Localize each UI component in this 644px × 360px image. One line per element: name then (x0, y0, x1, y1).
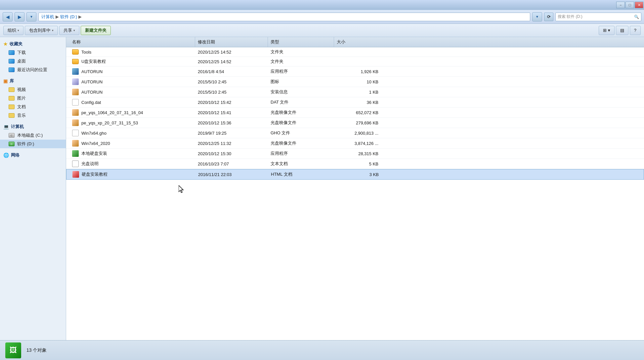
dropdown-button[interactable]: ▼ (532, 12, 542, 22)
sidebar-library-title[interactable]: ▣ 库 (0, 77, 66, 85)
breadcrumb-computer[interactable]: 计算机 (41, 14, 54, 20)
file-size-cell: 652,072 KB (334, 109, 384, 117)
sidebar-item-video[interactable]: 视频 (0, 85, 66, 94)
maximize-button[interactable]: □ (625, 2, 634, 8)
iso-icon (72, 119, 79, 126)
table-row[interactable]: Config.dat 2020/10/12 15:42 DAT 文件 36 KB (66, 97, 644, 108)
file-modified: 2020/12/25 14:52 (198, 59, 231, 64)
view-options-button[interactable]: ⊞ ▾ (599, 26, 615, 35)
file-name: AUTORUN (81, 69, 103, 74)
file-type: 应用程序 (271, 68, 288, 74)
file-type-cell: 文件夹 (268, 47, 334, 57)
sidebar-item-pictures[interactable]: 图片 (0, 94, 66, 103)
file-size: 10 KB (367, 79, 378, 84)
drive-d-label: 软件 (D:) (17, 141, 34, 147)
breadcrumb-drive[interactable]: 软件 (D:) (60, 14, 77, 20)
include-button[interactable]: 包含到库中 ▾ (25, 26, 58, 35)
file-type-cell: 应用程序 (268, 67, 334, 76)
file-size: 5 KB (369, 161, 378, 166)
preview-button[interactable]: ▤ (616, 26, 628, 35)
refresh-button[interactable]: ⟳ (544, 13, 553, 21)
table-row[interactable]: U盘安装教程 2020/12/25 14:52 文件夹 (66, 57, 644, 67)
drive-c-icon: C (9, 133, 15, 138)
table-row[interactable]: Win7x64_2020 2020/12/25 11:32 光盘映像文件 3,8… (66, 138, 644, 149)
video-label: 视频 (17, 87, 26, 93)
table-row[interactable]: pe_yqs_xp_20_07_31_15_53 2020/10/12 15:3… (66, 118, 644, 128)
iso-icon (72, 89, 79, 95)
desktop-icon (9, 59, 15, 64)
file-modified-cell: 2019/9/7 19:25 (195, 129, 268, 137)
file-modified-cell: 2020/10/12 15:30 (195, 150, 268, 158)
file-type: 光盘映像文件 (271, 110, 296, 115)
sidebar-item-music[interactable]: 音乐 (0, 111, 66, 120)
sidebar-item-desktop[interactable]: 桌面 (0, 57, 66, 66)
close-button[interactable]: ✕ (635, 2, 643, 8)
file-name: Config.dat (81, 100, 101, 105)
sidebar-item-downloads[interactable]: 下载 (0, 48, 66, 57)
file-name-cell: AUTORUN (69, 67, 195, 76)
file-modified: 2015/5/10 2:45 (198, 90, 227, 95)
file-name-cell: U盘安装教程 (69, 57, 195, 66)
sidebar-computer-section: 💻 计算机 C 本地磁盘 (C:) D 软件 (D:) (0, 122, 66, 148)
new-folder-button[interactable]: 新建文件夹 (81, 26, 111, 35)
file-modified: 2020/10/12 15:36 (198, 120, 231, 125)
share-button[interactable]: 共享 ▾ (59, 26, 79, 35)
search-bar[interactable]: 搜索 软件 (D:) 🔍 (555, 13, 641, 21)
folder-icon (72, 49, 79, 55)
file-type-cell: 图标 (268, 77, 334, 86)
col-header-size[interactable]: 大小 (334, 37, 384, 47)
col-header-modified[interactable]: 修改日期 (195, 37, 268, 47)
sidebar-item-drive-d[interactable]: D 软件 (D:) (0, 140, 66, 148)
recent-button[interactable]: ▼ (26, 12, 36, 22)
search-icon: 🔍 (634, 15, 639, 19)
file-size: 2,900,813 ... (355, 131, 378, 136)
col-header-type[interactable]: 类型 (268, 37, 334, 47)
sidebar-item-drive-c[interactable]: C 本地磁盘 (C:) (0, 131, 66, 140)
file-type: 安装信息 (271, 89, 288, 95)
file-size: 36 KB (367, 100, 378, 105)
back-button[interactable]: ◀ (3, 12, 13, 22)
file-type: 图标 (271, 79, 279, 85)
sidebar-favorites-title[interactable]: ★ 收藏夹 (0, 40, 66, 48)
table-row[interactable]: AUTORUN 2015/5/10 2:45 安装信息 1 KB (66, 87, 644, 97)
file-type: 应用程序 (271, 151, 288, 157)
file-modified: 2015/5/10 2:45 (198, 79, 227, 84)
file-name-cell: AUTORUN (69, 87, 195, 97)
file-type-cell: HTML 文档 (268, 170, 334, 179)
organize-label: 组织 (8, 27, 16, 33)
table-row[interactable]: 硬盘安装教程 2016/11/21 22:03 HTML 文档 3 KB (66, 169, 644, 180)
col-header-name[interactable]: 名称 (69, 37, 195, 47)
favorites-icon: ★ (3, 41, 8, 47)
file-modified: 2019/9/7 19:25 (198, 131, 227, 136)
help-button[interactable]: ? (630, 26, 641, 35)
file-name: pe_yqs_1064_20_07_31_16_04 (81, 110, 143, 115)
table-row[interactable]: pe_yqs_1064_20_07_31_16_04 2020/10/12 15… (66, 108, 644, 118)
file-size-cell: 5 KB (334, 160, 384, 168)
table-row[interactable]: Win7x64.gho 2019/9/7 19:25 GHO 文件 2,900,… (66, 128, 644, 138)
file-name-cell: 硬盘安装教程 (70, 169, 195, 179)
file-type-cell: GHO 文件 (268, 128, 334, 138)
table-row[interactable]: 本地硬盘安装 2020/10/12 15:30 应用程序 28,315 KB (66, 149, 644, 159)
table-row[interactable]: 光盘说明 2016/10/23 7:07 文本文档 5 KB (66, 159, 644, 169)
file-size: 3,874,126 ... (355, 141, 378, 146)
sidebar-item-documents[interactable]: 文档 (0, 103, 66, 111)
file-modified-cell: 2020/10/12 15:42 (195, 98, 268, 107)
file-name: Win7x64.gho (81, 131, 107, 136)
downloads-label: 下载 (17, 50, 26, 56)
sidebar-network-title[interactable]: 🌐 网络 (0, 151, 66, 159)
file-name-cell: 本地硬盘安装 (69, 149, 195, 158)
file-size-cell: 1,926 KB (334, 68, 384, 76)
sidebar-item-recent[interactable]: 最近访问的位置 (0, 66, 66, 74)
forward-button[interactable]: ▶ (15, 12, 24, 22)
table-row[interactable]: Tools 2020/12/25 14:52 文件夹 (66, 47, 644, 57)
file-name: pe_yqs_xp_20_07_31_15_53 (81, 120, 138, 125)
file-size: 652,072 KB (356, 110, 378, 115)
minimize-button[interactable]: － (616, 2, 625, 8)
organize-button[interactable]: 组织 ▾ (3, 26, 23, 35)
sidebar-computer-title[interactable]: 💻 计算机 (0, 122, 66, 131)
iso-icon (72, 140, 79, 147)
file-list: 名称 修改日期 类型 大小 Tools 2020/12/25 14:52 文件夹… (66, 37, 644, 340)
table-row[interactable]: AUTORUN 2016/1/8 4:54 应用程序 1,926 KB (66, 67, 644, 77)
table-row[interactable]: AUTORUN 2015/5/10 2:45 图标 10 KB (66, 77, 644, 87)
breadcrumb[interactable]: 计算机 ▶ 软件 (D:) ▶ (38, 13, 530, 21)
